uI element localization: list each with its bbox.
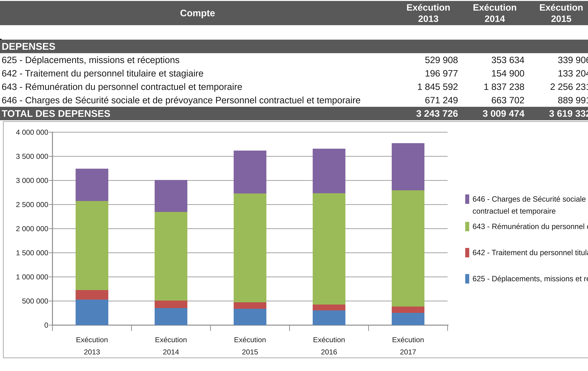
total-label[interactable]: TOTAL DES DEPENSES (0, 107, 395, 120)
legend-swatch-icon (465, 274, 469, 284)
row-value-cell[interactable]: 529 908 (395, 53, 462, 67)
table-header-row: Compte Exécution2013Exécution2014Exécuti… (0, 1, 588, 25)
header-cell-line2: 2015 (528, 13, 588, 24)
bar-segment-625-2015[interactable] (234, 309, 266, 325)
header-cell-exercice-2013[interactable]: Exécution2013 (395, 2, 462, 24)
legend-swatch-icon (465, 222, 469, 231)
row-value-cell[interactable]: 196 977 (395, 67, 462, 80)
table-row: 625 - Déplacements, missions et réceptio… (0, 53, 588, 67)
bar-segment-643-2017[interactable] (392, 190, 424, 307)
bar-segment-625-2013[interactable] (76, 300, 108, 325)
row-value-cell[interactable]: 671 249 (395, 93, 462, 107)
bar-segment-642-2014[interactable] (155, 301, 187, 308)
header-cell-line1: Exécution (462, 2, 528, 13)
bar-segment-642-2013[interactable] (76, 290, 108, 300)
header-year-columns: Exécution2013Exécution2014Exécution2015E… (395, 2, 588, 24)
row-value-cell[interactable]: 663 702 (462, 93, 528, 107)
bar-segment-642-2015[interactable] (234, 302, 266, 309)
legend-label: 643 - Rémunération du personnel contract… (472, 221, 588, 233)
header-cell-line1: Exécution (395, 2, 462, 13)
x-axis-tick (447, 326, 448, 331)
bar-segment-643-2013[interactable] (76, 201, 108, 290)
y-axis-label: 3 500 000 (6, 150, 48, 162)
header-cell-line2: 2013 (395, 13, 462, 24)
budget-report-sheet: { "header": { "compte": "Compte", "colum… (0, 0, 588, 371)
table-row: 642 - Traitement du personnel titulaire … (0, 67, 588, 80)
bar-segment-646-2013[interactable] (76, 169, 108, 201)
table-row: 646 - Charges de Sécurité sociale et de … (0, 93, 588, 107)
y-axis-label: 1 000 000 (6, 271, 48, 283)
x-axis-label: Exécution2014 (136, 334, 206, 358)
bar-segment-646-2014[interactable] (155, 180, 187, 212)
y-axis-label: 2 000 000 (6, 223, 48, 235)
x-axis-label: Exécution2017 (373, 334, 443, 358)
x-axis-label-line1: Exécution (57, 334, 127, 346)
x-axis-label: Exécution2013 (57, 334, 127, 358)
bar-segment-643-2015[interactable] (234, 193, 266, 302)
total-value-cell[interactable]: 3 009 474 (462, 107, 528, 120)
row-value-cell[interactable]: 339 906 (528, 53, 588, 67)
bar-segment-642-2017[interactable] (392, 307, 424, 313)
x-axis-label-line2: 2014 (136, 346, 206, 358)
total-value-cell[interactable]: 3 243 726 (395, 107, 462, 120)
y-axis-label: 3 000 000 (6, 174, 48, 187)
total-value-cell[interactable]: 3 619 332 (528, 107, 588, 120)
legend-label: 646 - Charges de Sécurité sociale et de … (472, 193, 588, 217)
x-axis-tick (368, 326, 369, 331)
row-label[interactable]: 643 - Rémunération du personnel contract… (0, 80, 395, 93)
table-row: 643 - Rémunération du personnel contract… (0, 80, 588, 93)
bar-segment-643-2014[interactable] (155, 212, 187, 301)
x-axis-label-line2: 2016 (294, 346, 364, 358)
section-row-depenses: DEPENSES (0, 40, 588, 53)
bar-segment-642-2016[interactable] (313, 305, 345, 310)
header-cell-line1: Exécution (528, 2, 588, 13)
total-values: 3 243 7263 009 4743 619 3323 657 3213 77… (395, 107, 588, 120)
bar-segment-646-2015[interactable] (234, 150, 266, 193)
row-value-cell[interactable]: 1 845 592 (395, 80, 462, 93)
bar-segment-646-2016[interactable] (313, 149, 345, 193)
bar-segment-643-2016[interactable] (313, 193, 345, 305)
x-axis-label: Exécution2016 (294, 334, 364, 358)
y-axis-label: 1 500 000 (6, 247, 48, 259)
y-axis-label: 500 000 (6, 295, 48, 307)
row-value-cell[interactable]: 2 256 231 (528, 80, 588, 93)
legend-item[interactable]: 643 - Rémunération du personnel contract… (465, 221, 588, 233)
legend-item[interactable]: 625 - Déplacements, missions et réceptio… (465, 273, 588, 285)
x-axis-tick (210, 326, 211, 331)
header-cell-exercice-2015[interactable]: Exécution2015 (528, 2, 588, 24)
bar-segment-625-2016[interactable] (313, 310, 345, 325)
y-axis-label: 2 500 000 (6, 198, 48, 211)
y-axis-line (52, 132, 53, 326)
row-value-cell[interactable]: 154 900 (462, 67, 528, 80)
x-axis-tick (52, 326, 53, 331)
x-axis-label-line1: Exécution (373, 334, 443, 346)
row-label[interactable]: 625 - Déplacements, missions et réceptio… (0, 53, 395, 67)
y-axis-label: 4 000 000 (6, 126, 48, 138)
gridline (52, 132, 448, 133)
total-row: TOTAL DES DEPENSES 3 243 7263 009 4743 6… (0, 107, 588, 120)
bar-segment-646-2017[interactable] (392, 143, 424, 190)
legend-item[interactable]: 646 - Charges de Sécurité sociale et de … (465, 193, 588, 217)
x-axis-label-line2: 2017 (373, 346, 443, 358)
row-label[interactable]: 642 - Traitement du personnel titulaire … (0, 67, 395, 80)
chart-frame[interactable]: 0500 0001 000 0001 500 0002 000 0002 500… (3, 121, 588, 358)
x-axis-label: Exécution2015 (215, 334, 285, 358)
x-axis-label-line2: 2013 (57, 346, 127, 358)
bar-segment-625-2017[interactable] (392, 313, 424, 325)
x-axis-label-line1: Exécution (136, 334, 206, 346)
row-value-cell[interactable]: 353 634 (462, 53, 528, 67)
header-cell-compte[interactable]: Compte (0, 8, 395, 19)
row-label[interactable]: 646 - Charges de Sécurité sociale et de … (0, 93, 395, 107)
row-value-cell[interactable]: 889 991 (528, 93, 588, 107)
section-label[interactable]: DEPENSES (0, 40, 395, 53)
legend-swatch-icon (465, 248, 469, 257)
legend-swatch-icon (465, 194, 469, 204)
header-cell-exercice-2014[interactable]: Exécution2014 (462, 2, 528, 24)
legend-label: 625 - Déplacements, missions et réceptio… (472, 273, 588, 285)
row-value-cell[interactable]: 133 204 (528, 67, 588, 80)
legend-item[interactable]: 642 - Traitement du personnel titulaire … (465, 246, 588, 259)
bar-segment-625-2014[interactable] (155, 308, 187, 325)
x-axis-tick (289, 326, 290, 331)
row-value-cell[interactable]: 1 837 238 (462, 80, 528, 93)
header-cell-line2: 2014 (462, 13, 528, 24)
